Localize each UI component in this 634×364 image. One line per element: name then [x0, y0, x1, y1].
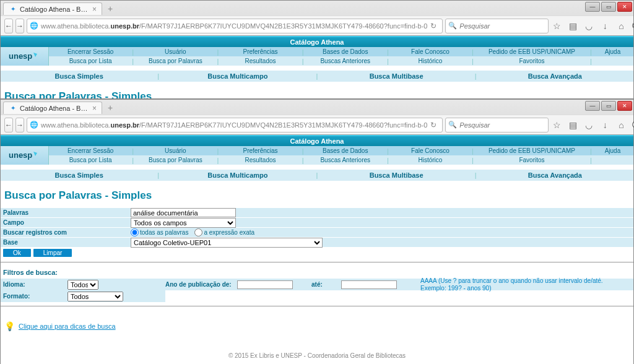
tab-close-icon[interactable]: × [92, 5, 97, 14]
chat-icon[interactable]: 💬 [632, 20, 634, 32]
pocket-icon[interactable]: ◡ [583, 119, 594, 131]
browser-search-input[interactable] [459, 121, 545, 129]
select-campo[interactable]: Todos os campos [131, 218, 236, 228]
select-base[interactable]: Catálogo Coletivo-UEP01 [131, 238, 323, 248]
star-icon[interactable]: ☆ [551, 20, 562, 32]
subnav-simples[interactable]: Busca Simples [1, 72, 157, 80]
nav-encerrar[interactable]: Encerrar Sessão [49, 48, 132, 55]
tab-close-icon[interactable]: × [92, 104, 97, 113]
chat-icon[interactable]: 💬 [632, 119, 634, 131]
radio-todas-input[interactable] [131, 228, 139, 236]
nav-bases[interactable]: Bases de Dados [304, 147, 387, 154]
nav-ajuda[interactable]: Ajuda [592, 147, 633, 154]
browser-tab[interactable]: ✦ Catálogo Athena - Busca Si... × [3, 102, 102, 114]
search-icon: 🔍 [448, 22, 457, 30]
nav-lista[interactable]: Busca por Lista [49, 157, 132, 163]
input-palavras[interactable] [131, 208, 236, 217]
tabs-bar: ✦ Catálogo Athena - Busca Si... × + [1, 100, 633, 115]
download-icon[interactable]: ↓ [599, 20, 610, 32]
nav-favoritos[interactable]: Favoritos [474, 157, 590, 163]
nav-pedido[interactable]: Pedido de EEB USP/UNICAMP [474, 48, 590, 55]
nav-usuario[interactable]: Usuário [134, 147, 217, 154]
subnav-avancada[interactable]: Busca Avançada [477, 72, 633, 80]
close-button[interactable]: ✕ [617, 2, 632, 12]
nav-pedido[interactable]: Pedido de EEB USP/UNICAMP [474, 147, 590, 154]
subnav-multicampo[interactable]: Busca Multicampo [159, 171, 316, 179]
header-nav: unesp Encerrar Sessão| Usuário| Preferên… [1, 47, 633, 66]
reload-icon[interactable]: ↻ [427, 22, 440, 30]
select-idioma[interactable]: Todos [67, 280, 98, 290]
reload-icon[interactable]: ↻ [427, 121, 440, 129]
nav-anteriores[interactable]: Buscas Anteriores [304, 157, 387, 163]
url-input[interactable]: 🌐 www.athena.biblioteca.unesp.br/F/MART9… [27, 118, 443, 132]
nav-fale[interactable]: Fale Conosco [389, 147, 472, 154]
logo[interactable]: unesp [1, 47, 49, 66]
nav-preferencias[interactable]: Preferências [219, 147, 302, 154]
home-icon[interactable]: ⌂ [615, 20, 627, 32]
forward-button[interactable]: → [15, 118, 24, 132]
input-ano-ate[interactable] [341, 280, 397, 289]
nav-usuario[interactable]: Usuário [134, 48, 217, 55]
subnav-multicampo[interactable]: Busca Multicampo [159, 72, 316, 80]
nav-ajuda[interactable]: Ajuda [592, 48, 633, 55]
footer: © 2015 Ex Libris e UNESP - Coordenadoria… [1, 342, 633, 364]
ok-button[interactable]: Ok [3, 249, 31, 257]
minimize-button[interactable]: — [585, 2, 600, 12]
radio-todas[interactable]: todas as palavras [131, 228, 188, 236]
clipboard-icon[interactable]: ▤ [567, 119, 578, 131]
nav-palavras[interactable]: Busca por Palavras [134, 58, 217, 64]
nav-preferencias[interactable]: Preferências [219, 48, 302, 55]
maximize-button[interactable]: ▭ [601, 101, 616, 111]
nav-favoritos[interactable]: Favoritos [474, 58, 590, 64]
row-base: Base Catálogo Coletivo-UEP01 [1, 238, 633, 248]
forward-button[interactable]: → [15, 19, 24, 33]
catalog-title: Catálogo Athena [290, 137, 344, 145]
browser-tab[interactable]: ✦ Catálogo Athena - Busca Si... × [3, 2, 102, 15]
new-tab-button[interactable]: + [103, 102, 117, 113]
subnav-avancada[interactable]: Busca Avançada [477, 171, 633, 179]
tips-link[interactable]: Clique aqui para dicas de busca [19, 323, 116, 330]
minimize-button[interactable]: — [585, 101, 600, 111]
clipboard-icon[interactable]: ▤ [567, 20, 578, 32]
nav-bases[interactable]: Bases de Dados [304, 48, 387, 55]
nav-anteriores[interactable]: Buscas Anteriores [304, 58, 387, 64]
nav-resultados[interactable]: Resultados [219, 157, 302, 163]
radio-exata-input[interactable] [194, 228, 202, 236]
nav-encerrar[interactable]: Encerrar Sessão [49, 147, 132, 154]
nav-resultados[interactable]: Resultados [219, 58, 302, 64]
download-icon[interactable]: ↓ [599, 119, 610, 131]
nav-rows: Encerrar Sessão| Usuário| Preferências| … [49, 47, 633, 66]
url-input[interactable]: 🌐 www.athena.biblioteca.unesp.br/F/MART9… [27, 19, 443, 33]
back-button[interactable]: ← [4, 19, 13, 33]
browser-window-1: — ▭ ✕ ✦ Catálogo Athena - Busca Si... × … [0, 0, 634, 99]
nav-historico[interactable]: Histórico [389, 58, 472, 64]
star-icon[interactable]: ☆ [551, 119, 562, 131]
logo[interactable]: unesp [1, 146, 49, 165]
nav-fale[interactable]: Fale Conosco [389, 48, 472, 55]
row-formato: Formato: Todos [1, 290, 633, 302]
close-button[interactable]: ✕ [617, 101, 632, 111]
label-ate: até: [311, 281, 336, 288]
nav-palavras[interactable]: Busca por Palavras [134, 157, 217, 163]
search-box[interactable]: 🔍 [445, 118, 549, 132]
subnav-multibase[interactable]: Busca Multibase [318, 171, 474, 179]
select-formato[interactable]: Todos [67, 292, 123, 301]
subnav-simples[interactable]: Busca Simples [1, 171, 157, 179]
browser-chrome-2: ✦ Catálogo Athena - Busca Si... × + ← → … [1, 100, 633, 135]
home-icon[interactable]: ⌂ [615, 119, 627, 131]
new-tab-button[interactable]: + [103, 3, 117, 14]
tabs-bar: ✦ Catálogo Athena - Busca Si... × + [1, 1, 633, 15]
radio-exata[interactable]: a expressão exata [194, 228, 254, 236]
label-palavras: Palavras [1, 209, 131, 216]
input-ano-de[interactable] [237, 280, 293, 289]
limpar-button[interactable]: Limpar [33, 249, 72, 257]
nav-lista[interactable]: Busca por Lista [49, 58, 132, 64]
pocket-icon[interactable]: ◡ [583, 20, 594, 32]
search-box[interactable]: 🔍 [445, 19, 549, 33]
browser-search-input[interactable] [459, 22, 545, 30]
maximize-button[interactable]: ▭ [601, 2, 616, 12]
subnav-multibase[interactable]: Busca Multibase [318, 72, 474, 80]
back-button[interactable]: ← [4, 118, 13, 132]
row-campo: Campo Todos os campos [1, 218, 633, 228]
nav-historico[interactable]: Histórico [389, 157, 472, 163]
